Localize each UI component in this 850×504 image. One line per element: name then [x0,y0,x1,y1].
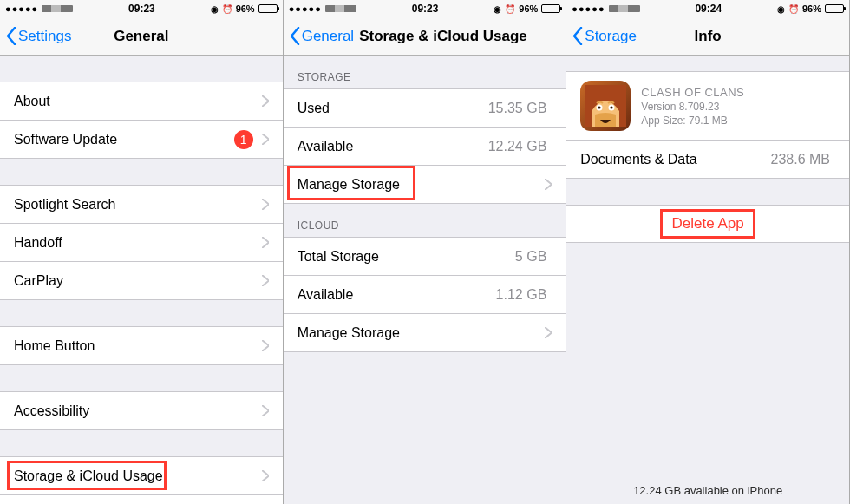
status-bar: ●●●●● 09:23 96% [0,0,283,17]
back-label: General [302,28,354,45]
row-manage-icloud-storage[interactable]: Manage Storage [284,313,566,351]
back-label: Storage [585,28,637,45]
row-label: Total Storage [298,249,515,265]
back-button[interactable]: Storage [566,27,637,45]
nav-bar: General Storage & iCloud Usage [284,17,566,56]
app-version: Version 8.709.23 [641,101,744,113]
battery-icon [541,4,560,13]
row-label: Storage & iCloud Usage [14,468,258,484]
barbarian-icon [585,85,626,127]
row-label: Available [298,139,488,154]
battery-percent: 96% [519,3,538,14]
chevron-right-icon [262,470,269,481]
back-button[interactable]: General [284,27,354,45]
signal-dots-icon: ●●●●● [572,3,605,14]
section-header-icloud: ICLOUD [284,204,566,237]
chevron-right-icon [545,327,552,338]
row-label: Accessibility [14,403,258,419]
chevron-right-icon [545,179,552,190]
carrier-label [325,5,356,12]
row-home-button[interactable]: Home Button [0,326,283,364]
row-handoff[interactable]: Handoff [0,223,283,261]
alarm-icon [222,3,232,14]
row-label: Used [298,101,488,116]
app-name: CLASH OF CLANS [641,86,744,99]
carrier-label [42,5,73,12]
status-time: 09:23 [412,3,439,15]
signal-dots-icon: ●●●●● [5,3,38,14]
row-value: 15.35 GB [488,101,547,116]
page-title: Storage & iCloud Usage [359,28,527,45]
battery-percent: 96% [236,3,255,14]
row-about[interactable]: About [0,82,283,120]
status-bar: ●●●●● 09:23 96% [284,0,566,17]
row-value: 238.6 MB [770,152,829,167]
signal-dots-icon: ●●●●● [289,3,322,14]
screen-app-info: ●●●●● 09:24 96% Storage Info [566,0,850,504]
row-label: CarPlay [14,273,258,289]
nav-bar: Settings General [0,17,283,56]
screen-storage-icloud: ●●●●● 09:23 96% General Storage & iCloud… [284,0,567,504]
alarm-icon [505,3,515,14]
section-header-storage: STORAGE [284,56,566,88]
chevron-left-icon [289,27,300,45]
status-bar: ●●●●● 09:24 96% [566,0,849,17]
row-storage-icloud[interactable]: Storage & iCloud Usage [0,456,283,494]
row-background-refresh[interactable]: Background App Refresh [0,494,283,504]
carrier-label [609,5,640,12]
delete-label: Delete App [672,215,744,232]
back-label: Settings [18,28,71,45]
update-badge: 1 [234,130,253,149]
app-size: App Size: 79.1 MB [641,115,744,127]
chevron-right-icon [262,275,269,286]
donotdisturb-icon [494,3,501,14]
donotdisturb-icon [211,3,219,14]
row-label: Manage Storage [298,325,542,341]
row-software-update[interactable]: Software Update 1 [0,120,283,158]
row-label: Home Button [14,338,258,354]
row-value: 12.24 GB [488,139,547,154]
row-carplay[interactable]: CarPlay [0,261,283,299]
row-label: Software Update [14,132,234,147]
chevron-right-icon [262,134,269,145]
chevron-left-icon [5,27,16,45]
row-label: Spotlight Search [14,197,258,213]
row-label: About [14,94,258,109]
status-time: 09:24 [695,3,722,15]
row-label: Manage Storage [298,177,542,193]
nav-bar: Storage Info [566,17,849,56]
chevron-right-icon [262,199,269,210]
svg-point-2 [598,106,601,108]
chevron-right-icon [262,95,269,107]
row-documents-data: Documents & Data 238.6 MB [566,140,849,178]
battery-icon [258,4,278,13]
row-manage-storage[interactable]: Manage Storage [284,165,566,203]
row-used: Used 15.35 GB [284,88,566,127]
donotdisturb-icon [777,3,785,14]
chevron-right-icon [262,237,269,248]
row-accessibility[interactable]: Accessibility [0,391,283,429]
back-button[interactable]: Settings [0,27,71,45]
row-label: Available [298,287,496,303]
chevron-left-icon [572,27,583,45]
alarm-icon [788,3,799,14]
app-header: CLASH OF CLANS Version 8.709.23 App Size… [566,71,849,141]
chevron-right-icon [262,340,269,351]
row-value: 1.12 GB [496,287,547,303]
battery-icon [825,4,844,13]
delete-app-button[interactable]: Delete App [566,205,849,243]
row-icloud-available: Available 1.12 GB [284,275,566,313]
chevron-right-icon [262,405,269,416]
battery-percent: 96% [802,3,821,14]
footer-available: 12.24 GB available on iPhone [566,484,849,497]
svg-point-4 [611,106,613,108]
row-label: Handoff [14,235,258,251]
row-spotlight[interactable]: Spotlight Search [0,185,283,223]
row-available: Available 12.24 GB [284,127,566,165]
row-label: Documents & Data [580,152,770,167]
row-total-storage: Total Storage 5 GB [284,237,566,275]
status-time: 09:23 [128,3,155,15]
app-icon [580,81,631,131]
screen-general: ●●●●● 09:23 96% Settings General About S… [0,0,284,504]
row-value: 5 GB [515,249,546,265]
